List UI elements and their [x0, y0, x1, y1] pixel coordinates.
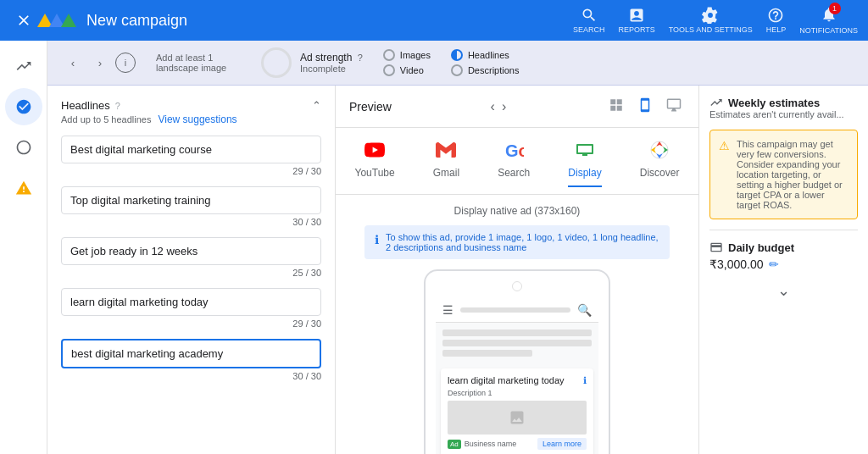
headline-count-5: 30 / 30	[61, 371, 321, 381]
ad-preview-area: Display native ad (373x160) ℹ To show th…	[336, 195, 698, 454]
headline-item-2: Top digital marketing training 30 / 30	[61, 186, 321, 227]
reports-nav-action[interactable]: REPORTS	[618, 7, 654, 34]
strength-circle	[261, 47, 292, 78]
tab-display[interactable]: Display	[568, 138, 601, 187]
weekly-title: Weekly estimates	[728, 97, 820, 109]
phone-mockup: ☰ 🔍 learn digital ma	[424, 269, 610, 454]
panel-title-section: Headlines ? Add up to 5 headlines View s…	[61, 99, 237, 125]
headline-count-1: 29 / 30	[61, 166, 321, 176]
close-button[interactable]	[10, 7, 37, 34]
strength-value: Incomplete	[300, 64, 363, 74]
prev-arrow-button[interactable]: ‹	[61, 51, 85, 75]
daily-budget-section: Daily budget ₹3,000.00 ✏	[709, 241, 858, 271]
phone-ad-card: learn digital marketing today ℹ Descript…	[441, 368, 593, 454]
scroll-down-indicator[interactable]: ⌄	[709, 281, 858, 300]
info-banner: ℹ To show this ad, provide 1 image, 1 lo…	[364, 225, 670, 259]
headlines-info-icon[interactable]: ?	[115, 101, 120, 111]
video-check-circle	[383, 64, 395, 76]
tab-gmail[interactable]: Gmail	[433, 138, 459, 187]
headline-item-1: Best digital marketing course 29 / 30	[61, 136, 321, 176]
youtube-label: YouTube	[355, 167, 395, 179]
headline-item-4: learn digital marketing today 29 / 30	[61, 288, 321, 329]
tools-nav-label: TOOLS AND SETTINGS	[669, 25, 753, 34]
search-nav-label: SEARCH	[573, 25, 605, 34]
headline-input-3[interactable]: Get job ready in 12 weeks	[70, 245, 312, 257]
headline-item-3: Get job ready in 12 weeks 25 / 30	[61, 237, 321, 278]
panel-subtitle: Add up to 5 headlines	[61, 114, 151, 125]
tools-nav-action[interactable]: TOOLS AND SETTINGS	[669, 7, 753, 34]
right-sidebar: Weekly estimates Estimates aren't curren…	[698, 86, 868, 454]
weekly-header: Weekly estimates	[709, 96, 858, 109]
headlines-panel: Headlines ? Add up to 5 headlines View s…	[47, 86, 336, 454]
nav-actions: SEARCH REPORTS TOOLS AND SETTINGS HELP 1…	[573, 6, 858, 35]
headline-item-5: best digital marketing academy 30 / 30	[61, 339, 321, 381]
panel-header: Headlines ? Add up to 5 headlines View s…	[61, 99, 321, 125]
headline-count-2: 30 / 30	[61, 217, 321, 227]
weekly-estimates-section: Weekly estimates Estimates aren't curren…	[709, 96, 858, 119]
svg-rect-2	[578, 146, 592, 152]
preview-prev-button[interactable]: ‹	[491, 99, 495, 114]
middle-preview: Headlines ? Add up to 5 headlines View s…	[47, 86, 868, 454]
info-banner-text: To show this ad, provide 1 image, 1 logo…	[386, 232, 659, 252]
sidebar-icon-circle[interactable]	[5, 129, 42, 166]
view-suggestions-link[interactable]: View suggestions	[158, 114, 236, 125]
notifications-nav-action[interactable]: 1 NOTIFICATIONS	[799, 6, 858, 35]
preview-nav: ‹ ›	[491, 99, 507, 114]
panel-title: Headlines	[61, 99, 110, 112]
content-line-2	[442, 340, 592, 346]
phone-ad-info-icon: ℹ	[583, 375, 587, 386]
next-arrow-button[interactable]: ›	[88, 51, 112, 75]
youtube-icon	[363, 138, 387, 162]
learn-more-button[interactable]: Learn more	[537, 438, 587, 450]
divider	[709, 230, 858, 230]
headline-input-4[interactable]: learn digital marketing today	[70, 296, 312, 308]
info-button[interactable]: i	[115, 53, 136, 73]
platform-tabs: YouTube Gmail Google	[336, 128, 698, 195]
headline-input-wrap-3[interactable]: Get job ready in 12 weeks	[61, 237, 321, 265]
tab-discover[interactable]: Discover	[640, 138, 680, 187]
tab-search[interactable]: Google Search	[498, 138, 530, 187]
sidebar-icon-warning[interactable]	[5, 169, 42, 207]
gmail-label: Gmail	[433, 167, 459, 179]
images-check-circle	[383, 49, 395, 61]
content-line-1	[442, 329, 592, 336]
display-icon	[573, 138, 597, 162]
grid-view-button[interactable]	[605, 94, 627, 119]
headline-input-1[interactable]: Best digital marketing course	[70, 143, 312, 156]
google-ads-logo	[37, 14, 76, 27]
reports-nav-label: REPORTS	[618, 25, 654, 34]
discover-label: Discover	[640, 167, 680, 179]
search-nav-action[interactable]: SEARCH	[573, 7, 605, 34]
collapse-button[interactable]: ⌃	[312, 99, 321, 112]
headline-input-wrap-4[interactable]: learn digital marketing today	[61, 288, 321, 316]
phone-ad-desc-label: Description 1	[448, 389, 587, 397]
checklist-descriptions: Descriptions	[451, 64, 520, 76]
headline-input-wrap-1[interactable]: Best digital marketing course	[61, 136, 321, 163]
strength-label: Ad strength ?	[300, 52, 363, 64]
headline-input-5[interactable]: best digital marketing academy	[71, 347, 311, 360]
nav-arrows: ‹ › i	[61, 51, 136, 75]
preview-title: Preview	[349, 100, 392, 114]
strength-section: Ad strength ? Incomplete	[261, 47, 363, 78]
headline-input-2[interactable]: Top digital marketing training	[70, 194, 312, 207]
sidebar-icon-check[interactable]	[5, 88, 42, 125]
help-nav-action[interactable]: HELP	[766, 7, 787, 34]
sidebar-icon-trending[interactable]	[5, 47, 42, 85]
headline-input-wrap-2[interactable]: Top digital marketing training	[61, 186, 321, 214]
ad-badge: Ad	[448, 440, 461, 449]
gmail-icon	[434, 138, 458, 162]
phone-ad-image	[448, 401, 587, 435]
budget-amount: ₹3,000.00 ✏	[709, 257, 858, 271]
checklist-headlines: Headlines	[451, 49, 520, 61]
phone-view-button[interactable]	[634, 94, 656, 119]
phone-camera	[512, 281, 522, 291]
notification-badge: 1	[829, 3, 841, 14]
desktop-view-button[interactable]	[663, 94, 685, 119]
preview-header: Preview ‹ ›	[336, 86, 698, 128]
content-line-3	[442, 350, 532, 357]
tab-youtube[interactable]: YouTube	[355, 138, 395, 187]
preview-panel: Preview ‹ ›	[336, 86, 698, 454]
headline-input-wrap-5[interactable]: best digital marketing academy	[61, 339, 321, 368]
edit-budget-icon[interactable]: ✏	[769, 257, 779, 271]
preview-next-button[interactable]: ›	[502, 99, 506, 114]
